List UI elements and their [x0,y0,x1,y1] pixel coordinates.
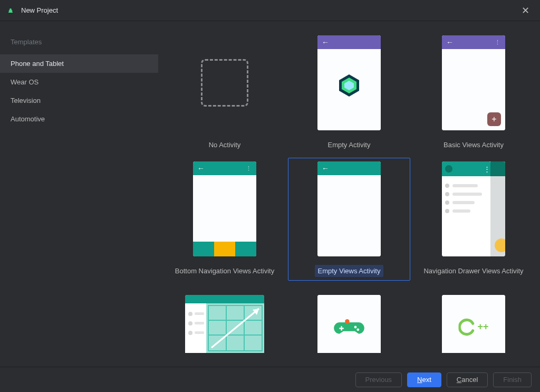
template-thumb [193,35,256,130]
template-card-native-cpp[interactable]: ++ [412,284,535,357]
mock-appbar: ← [317,35,381,49]
back-arrow-icon: ← [322,38,329,46]
svg-point-22 [345,319,349,323]
template-card-no-activity[interactable]: No Activity [163,32,286,155]
fab-add-icon: + [487,112,501,126]
mock-body [317,295,381,353]
svg-point-5 [188,312,192,316]
responsive-grid-icon [185,295,264,353]
template-label: No Activity [206,139,244,151]
back-arrow-icon: ← [322,164,329,173]
dashed-placeholder-icon [201,59,248,107]
template-thumb: ← [317,161,381,256]
sidebar-item-label: Phone and Tablet [11,60,64,68]
mock-bottom-nav [193,242,256,256]
mock-body [317,175,381,256]
sidebar: Templates Phone and Tablet Wear OS Telev… [0,21,158,367]
compose-hex-icon [336,72,362,99]
sidebar-item-wear-os[interactable]: Wear OS [0,73,158,91]
template-thumb: ⋮ [442,161,505,256]
next-button[interactable]: Next [407,372,441,387]
svg-rect-19 [339,328,343,329]
cpp-icon: ++ [458,318,488,336]
nav-segment [193,242,214,256]
back-arrow-icon: ← [197,164,205,173]
sidebar-item-television[interactable]: Television [0,91,158,110]
template-label: Bottom Navigation Views Activity [172,265,277,277]
button-label: Finish [503,376,522,384]
main-area: Templates Phone and Tablet Wear OS Telev… [0,21,540,367]
template-thumb: ++ [442,295,505,353]
template-thumb: ← ⋮ [193,161,256,256]
svg-line-16 [211,309,259,348]
close-icon[interactable]: ✕ [517,3,534,18]
mock-appbar: ← ⋮ [193,161,256,175]
button-label: Previous [365,376,392,384]
mock-drawer-list [442,176,488,256]
mock-appbar: ← [317,161,381,175]
mock-appbar: ← ⋮ [442,35,505,49]
svg-point-21 [356,328,359,331]
nav-segment-active [214,242,235,256]
mock-drawer-header: ⋮ [442,161,490,176]
template-grid-container: No Activity ← Empty Activ [158,21,540,367]
sidebar-item-label: Television [11,97,41,104]
svg-point-9 [188,331,192,335]
finish-button: Finish [493,372,532,387]
svg-rect-4 [185,303,206,353]
template-card-responsive[interactable] [163,284,286,357]
nav-segment [235,242,256,256]
mock-body: + [442,49,505,130]
template-thumb [185,295,264,353]
template-thumb: ← ⋮ + [442,35,505,130]
button-label: Cancel [457,376,478,384]
sidebar-item-label: Wear OS [11,78,38,86]
template-grid: No Activity ← Empty Activ [163,32,535,357]
template-card-bottom-nav[interactable]: ← ⋮ Bottom Navigation Views Activity [163,158,286,281]
mock-body: ++ [442,295,505,353]
svg-rect-8 [195,322,204,324]
window-title: New Project [21,6,58,14]
template-card-basic-views[interactable]: ← ⋮ + Basic Views Activity [412,32,535,155]
footer: Previous Next Cancel Finish [0,367,540,392]
template-card-nav-drawer[interactable]: ⋮ Navigation Drawer Views [412,158,535,281]
sidebar-item-automotive[interactable]: Automotive [0,110,158,128]
android-studio-icon [6,6,15,15]
back-arrow-icon: ← [446,38,454,46]
template-thumb: ← [317,35,381,130]
template-label: Navigation Drawer Views Activity [420,265,526,277]
previous-button: Previous [355,372,402,387]
svg-point-20 [354,326,357,328]
overflow-menu-icon: ⋮ [484,165,490,173]
sidebar-heading: Templates [0,34,158,54]
svg-rect-10 [195,331,204,334]
sidebar-item-label: Automotive [11,115,45,123]
template-label: Empty Activity [325,139,374,151]
avatar-icon [445,165,452,173]
titlebar: New Project ✕ [0,0,540,21]
template-thumb [317,295,381,353]
mock-body [193,175,256,242]
template-card-empty-views[interactable]: ← Empty Views Activity [288,158,410,281]
overflow-menu-icon: ⋮ [246,165,252,172]
fab-icon [495,238,505,252]
template-label: Empty Views Activity [315,265,384,277]
gamepad-icon [333,317,365,338]
cancel-button[interactable]: Cancel [447,372,488,387]
mock-body [317,49,381,130]
svg-point-7 [188,321,192,326]
template-card-empty-activity[interactable]: ← Empty Activity [288,32,410,155]
svg-rect-6 [195,312,204,315]
overflow-menu-icon: ⋮ [495,39,501,46]
sidebar-item-phone-tablet[interactable]: Phone and Tablet [0,54,158,73]
template-label: Basic Views Activity [440,139,507,151]
svg-rect-3 [185,295,264,303]
mock-backdrop [490,161,505,256]
button-label: Next [417,376,431,384]
template-card-game[interactable] [288,284,410,357]
